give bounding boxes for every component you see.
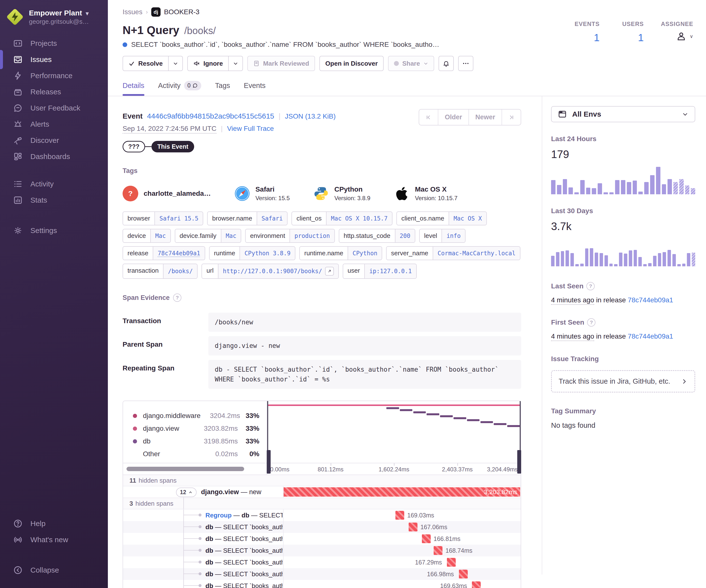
resolve-button[interactable]: Resolve	[123, 56, 169, 71]
tag-value-link[interactable]: CPython	[348, 247, 382, 260]
latest-event-button[interactable]	[502, 110, 521, 125]
last30-bar-chart	[551, 239, 695, 266]
tag-value-link[interactable]: ip:127.0.0.1	[364, 264, 416, 278]
first-seen-release-link[interactable]: 78c744eb09a1	[628, 332, 673, 340]
span-row[interactable]: db — SELECT `books_author`166.81ms	[123, 533, 521, 545]
span-duration-square[interactable]	[472, 581, 481, 588]
tag-value-link[interactable]: Mac	[150, 229, 170, 242]
track-issue-button[interactable]: Track this issue in Jira, GitHub, etc.	[551, 370, 695, 392]
span-duration-square[interactable]	[409, 522, 418, 532]
sidebar-item-discover[interactable]: Discover	[0, 132, 108, 149]
view-full-trace-link[interactable]: View Full Trace	[227, 125, 274, 132]
tag-value-link[interactable]: CPython 3.8.9	[239, 247, 295, 260]
users-count-link[interactable]: 1	[638, 32, 644, 43]
older-event-button[interactable]: Older	[438, 110, 468, 125]
help-question-icon[interactable]: ?	[173, 294, 182, 302]
sidebar-item-collapse[interactable]: Collapse	[0, 562, 108, 578]
span-duration-square[interactable]	[395, 511, 404, 520]
hidden-spans-row[interactable]: 11hidden spans	[123, 475, 521, 486]
events-count-link[interactable]: 1	[594, 32, 600, 43]
help-question-icon[interactable]: ?	[586, 282, 595, 290]
environment-selector[interactable]: All Envs	[551, 106, 695, 122]
span-row[interactable]: db — SELECT `books_author`167.06ms	[123, 521, 521, 533]
issues-icon	[13, 54, 23, 65]
sidebar-item-issues[interactable]: Issues	[0, 51, 108, 68]
histogram-bar	[580, 180, 585, 194]
span-group-label: django.view — new	[201, 488, 261, 496]
newer-event-button[interactable]: Newer	[468, 110, 502, 125]
breadcrumb-issues-link[interactable]: Issues	[123, 8, 143, 16]
open-in-discover-button[interactable]: Open in Discover	[319, 56, 384, 71]
ignore-button[interactable]: Ignore	[187, 56, 229, 71]
sidebar-item-settings[interactable]: Settings	[0, 222, 108, 239]
more-actions-button[interactable]	[458, 56, 473, 71]
featured-tag-subtitle: Version: 15.5	[256, 195, 290, 202]
org-switcher[interactable]: Empower Plant▼ george.gritsouk@s…	[0, 8, 108, 35]
last24-bar-chart	[551, 167, 695, 194]
axis-tick-label: 2,403.37ms	[442, 466, 473, 473]
external-link-icon[interactable]	[325, 267, 334, 276]
span-row[interactable]: db — SELECT `books_author`169.63ms	[123, 580, 521, 588]
oldest-event-button[interactable]	[419, 110, 438, 125]
hidden-spans-row[interactable]: 3hidden spans	[123, 498, 521, 509]
share-button[interactable]: Share	[388, 56, 434, 71]
sidebar-item-releases[interactable]: Releases	[0, 84, 108, 100]
help-question-icon[interactable]: ?	[587, 318, 595, 327]
span-label: db — SELECT `books_author`	[205, 558, 283, 566]
span-duration-square[interactable]	[459, 570, 468, 579]
tag-value-link[interactable]: Mac	[221, 229, 241, 242]
last-seen-release-link[interactable]: 78c744eb09a1	[628, 296, 673, 304]
tag-value-link[interactable]: Safari 15.5	[154, 212, 203, 225]
event-json-link[interactable]: JSON (13.2 KiB)	[285, 113, 336, 120]
mark-reviewed-button[interactable]: Mark Reviewed	[247, 56, 315, 71]
span-duration-square[interactable]	[447, 558, 456, 567]
tab-details[interactable]: Details	[123, 82, 144, 95]
tag-value-link[interactable]: 200	[395, 229, 415, 242]
tag-value-link[interactable]: http://127.0.0.1:9007/books/	[218, 264, 338, 278]
tab-tags[interactable]: Tags	[215, 82, 230, 95]
sidebar-item-stats[interactable]: Stats	[0, 192, 108, 208]
span-row[interactable]: db — SELECT `books_author`168.74ms	[123, 545, 521, 556]
waterfall-minimap[interactable]	[267, 401, 521, 463]
sidebar-item-help[interactable]: Help	[0, 515, 108, 532]
span-row[interactable]: Regroup — db — SELECT `boo169.03ms	[123, 509, 521, 521]
event-id-link[interactable]: 4446c9af6bb94815b2ac9bc4515c5615	[147, 112, 274, 120]
sidebar-item-user-feedback[interactable]: User Feedback	[0, 100, 108, 116]
tag-value-link[interactable]: info	[441, 229, 465, 242]
waterfall-scrollbar-thumb[interactable]	[126, 467, 244, 471]
sidebar-item-dashboards[interactable]: Dashboards	[0, 149, 108, 165]
issue-tabs: DetailsActivity0TagsEvents	[108, 71, 706, 96]
sidebar-item-projects[interactable]: Projects	[0, 35, 108, 51]
resolve-dropdown-button[interactable]	[169, 56, 183, 71]
minimap-left-handle[interactable]	[267, 450, 271, 473]
sidebar-item-alerts[interactable]: Alerts	[0, 116, 108, 132]
tag-value-link[interactable]: Cormac-MacCarthy.local	[433, 247, 520, 260]
unknown-trace-pill[interactable]: ???	[123, 141, 145, 153]
span-group-row[interactable]: 12django.view — new3,203.82ms	[123, 486, 521, 498]
sidebar-item-activity[interactable]: Activity	[0, 176, 108, 192]
span-duration-square[interactable]	[422, 534, 431, 543]
tag-value-link[interactable]: production	[289, 229, 335, 242]
collapse-icon	[13, 565, 23, 575]
sidebar-item-performance[interactable]: Performance	[0, 68, 108, 84]
this-event-pill[interactable]: This Event	[152, 141, 194, 153]
span-row[interactable]: db — SELECT `books_author`166.98ms	[123, 568, 521, 580]
tag-key: client_os.name	[397, 212, 448, 225]
span-duration-square[interactable]	[434, 546, 442, 555]
tag-value-link[interactable]: Mac OS X 10.15.7	[326, 212, 392, 225]
tag-value-link[interactable]: Safari	[257, 212, 287, 225]
ignore-dropdown-button[interactable]	[229, 56, 243, 71]
histogram-bar	[568, 187, 573, 194]
tag-value-link[interactable]: Mac OS X	[448, 212, 486, 225]
tab-events[interactable]: Events	[244, 82, 266, 95]
subscribe-bell-button[interactable]	[438, 56, 454, 71]
sidebar-item-whats-new[interactable]: What's new	[0, 532, 108, 548]
span-row[interactable]: db — SELECT `books_author`167.29ms	[123, 556, 521, 568]
span-duration-bar[interactable]: 3,203.82ms	[284, 487, 520, 497]
minimap-right-handle[interactable]	[517, 450, 521, 473]
assignee-selector[interactable]: ∨	[661, 31, 693, 42]
tag-value-link[interactable]: /books/	[163, 264, 197, 278]
tab-activity[interactable]: Activity0	[158, 81, 201, 96]
collapse-group-badge[interactable]: 12	[176, 488, 197, 497]
tag-value-link[interactable]: 78c744eb09a1	[153, 247, 204, 260]
